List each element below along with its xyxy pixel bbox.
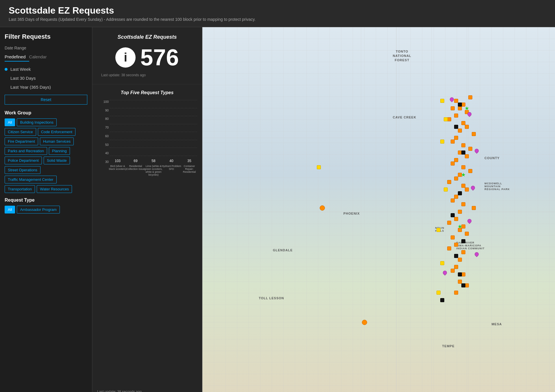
marker-o13 (451, 140, 455, 144)
tag-transportation[interactable]: Transportation (5, 185, 35, 193)
marker-star2: ★ (461, 173, 465, 177)
marker-o46 (454, 291, 458, 295)
tag-planning[interactable]: Planning (49, 147, 70, 155)
tag-human-services[interactable]: Human Services (40, 138, 74, 145)
marker-o21 (468, 169, 472, 173)
stat-count: 576 (140, 46, 179, 69)
tag-citizen-service[interactable]: Citizen Service (5, 128, 36, 136)
bar-group-4: 40 Hydrant Problem SFD (164, 100, 179, 164)
tag-fire-department[interactable]: Fire Department (5, 138, 38, 145)
marker-b1 (458, 103, 462, 107)
tag-code-enforcement[interactable]: Code Enforcement (38, 128, 75, 136)
tag-street-operations[interactable]: Street Operations (5, 166, 40, 174)
bar-label-4: Hydrant Problem SFD (161, 165, 182, 170)
bar-label-1: Bird (silver & black scooters) (108, 165, 128, 170)
marker-y4 (444, 187, 448, 192)
map-label-county: COUNTY (484, 156, 500, 160)
bar-value-3: 58 (151, 159, 155, 163)
map-label-tempe: TEMPE (442, 344, 455, 348)
chart-last-update: Last update: 38 seconds ago (97, 390, 142, 392)
tag-building-inspections[interactable]: Building Inspections (17, 118, 57, 126)
date-option-label-last-year: Last Year (365 Days) (10, 85, 51, 90)
marker-o28 (461, 202, 465, 206)
marker-y5 (436, 228, 441, 232)
request-type-section: Request Type All Ambassador Program (5, 198, 87, 213)
marker-o9 (465, 125, 469, 129)
marker-b10 (461, 283, 465, 287)
marker-y2 (444, 117, 448, 121)
marker-b2 (461, 151, 465, 155)
tag-all[interactable]: All (5, 118, 15, 126)
date-option-last-year[interactable]: Last Year (365 Days) (5, 84, 87, 90)
tab-calendar[interactable]: Calendar (29, 53, 50, 62)
marker-b8 (451, 213, 455, 217)
marker-o48 (472, 132, 476, 136)
marker-b6 (440, 298, 444, 302)
marker-o42 (461, 272, 465, 276)
tag-solid-waste[interactable]: Solid Waste (44, 157, 70, 164)
page-title: Scottsdale EZ Requests (9, 5, 546, 16)
date-option-label-last-30: Last 30 Days (10, 76, 36, 81)
bar-label-2: Residential Collection Issue (125, 165, 146, 170)
marker-o37 (454, 243, 458, 247)
bar-value-2: 69 (134, 159, 137, 163)
y-label-60: 60 (105, 134, 109, 138)
map-label-glendale: GLENDALE (273, 248, 293, 252)
marker-b5 (458, 272, 462, 276)
marker-o-solo2 (362, 320, 367, 325)
marker-y6 (440, 261, 444, 265)
y-label-70: 70 (105, 126, 109, 129)
chart-area: 100 90 80 70 60 50 40 30 (97, 100, 197, 187)
marker-o36 (465, 232, 469, 236)
marker-y3 (440, 140, 444, 144)
marker-o16 (465, 154, 469, 158)
marker-b7 (454, 125, 458, 129)
marker-o29 (451, 198, 455, 202)
marker-o11 (454, 136, 458, 140)
header: Scottsdale EZ Requests Last 365 Days of … (0, 0, 555, 27)
marker-o10 (447, 117, 451, 121)
reset-button[interactable]: Reset (5, 95, 87, 105)
marker-o43 (451, 269, 455, 273)
map-label-phoenix: PHOENIX (343, 212, 360, 215)
bar-group-5: 35 Container Repair-Residential (182, 100, 197, 164)
marker-b3 (458, 191, 462, 195)
tab-predefined[interactable]: Predefined (5, 53, 29, 62)
y-label-90: 90 (105, 109, 109, 112)
bar-group-1: 103 Bird (silver & black scooters) (110, 100, 125, 164)
request-tag-ambassador[interactable]: Ambassador Program (17, 206, 60, 213)
y-axis: 100 90 80 70 60 50 40 30 (99, 100, 110, 187)
dot-last-30 (5, 77, 8, 80)
y-label-100: 100 (103, 100, 109, 103)
date-option-last-30[interactable]: Last 30 Days (5, 75, 87, 81)
tag-parks-recreation[interactable]: Parks and Recreation (5, 147, 47, 155)
map-label-tonto: TONTONATIONALFOREST (393, 49, 411, 63)
sidebar: Filter Requests Date Range Predefined Ca… (0, 27, 92, 392)
marker-o17 (454, 158, 458, 162)
info-icon: i (115, 47, 136, 68)
marker-o44 (458, 280, 462, 284)
marker-o31 (454, 217, 458, 221)
marker-o7 (461, 121, 465, 125)
tag-police-department[interactable]: Police Department (5, 157, 42, 164)
map-panel: TONTONATIONALFOREST CAVE CREEK PHOENIX G… (202, 27, 555, 392)
marker-o40 (458, 258, 462, 262)
marker-o27 (454, 195, 458, 199)
header-subtitle: Last 365 Days of Requests (Updated Every… (9, 17, 546, 22)
marker-star1: ★ (465, 106, 469, 110)
tag-water-resources[interactable]: Water Resources (37, 185, 72, 193)
date-option-label-last-week: Last Week (10, 67, 31, 72)
request-tag-all[interactable]: All (5, 206, 15, 213)
map-roads (202, 27, 555, 392)
date-option-last-week[interactable]: Last Week (5, 66, 87, 72)
bar-group-3: 58 Lime (white & green scooters, white &… (146, 100, 161, 164)
stat-card-title: Scottsdale EZ Requests (101, 34, 193, 40)
center-panel: Scottsdale EZ Requests i 576 Last update… (92, 27, 202, 392)
marker-o38 (461, 250, 465, 254)
y-label-50: 50 (105, 143, 109, 146)
marker-o26 (465, 187, 469, 192)
marker-o39 (447, 246, 451, 250)
marker-star3: ★ (458, 224, 462, 228)
workgroup-section: Work Group All Building Inspections Citi… (5, 110, 87, 193)
tag-traffic-management[interactable]: Traffic Management Center (5, 176, 57, 183)
